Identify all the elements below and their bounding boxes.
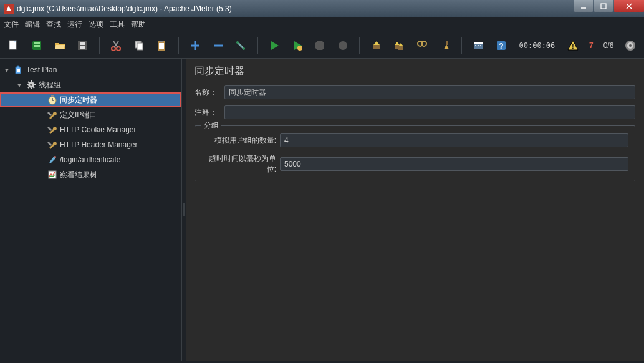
gear-icon	[26, 80, 36, 90]
svg-point-39	[475, 45, 476, 46]
clear-button[interactable]	[367, 36, 385, 55]
svg-point-40	[478, 45, 479, 46]
tree-item-3[interactable]: HTTP Header Manager	[0, 137, 181, 152]
minimize-button[interactable]	[574, 0, 593, 12]
name-label: 名称：	[195, 87, 224, 98]
svg-point-27	[297, 46, 302, 51]
testplan-icon	[14, 65, 24, 75]
users-input[interactable]	[280, 133, 628, 147]
tree-root[interactable]: ▼Test Plan	[0, 62, 181, 77]
window-controls	[573, 0, 644, 17]
shutdown-button[interactable]	[334, 36, 352, 55]
svg-rect-21	[160, 41, 163, 42]
group-legend: 分组	[201, 120, 221, 131]
toolbar: ? 00:00:06 ! 7 0/6	[0, 32, 644, 59]
expand-button[interactable]	[186, 36, 204, 55]
tree-group-label: 线程组	[39, 80, 61, 90]
svg-rect-48	[17, 69, 20, 72]
tree-root-label: Test Plan	[26, 65, 57, 74]
menu-options[interactable]: 选项	[89, 19, 103, 30]
users-label: 模拟用户组的数量:	[201, 135, 280, 146]
window-title: dglc.jmx (C:\Users\miao\Desktop\dglc.jmx…	[17, 4, 573, 13]
maximize-button[interactable]	[594, 0, 613, 12]
wrench-icon	[47, 110, 57, 120]
paste-button[interactable]	[153, 36, 171, 55]
svg-rect-62	[51, 95, 54, 97]
start-button[interactable]	[266, 36, 284, 55]
group-fieldset: 分组 模拟用户组的数量: 超时时间以毫秒为单位:	[195, 125, 635, 182]
timer-icon	[47, 95, 57, 105]
svg-rect-8	[34, 42, 40, 44]
open-button[interactable]	[50, 36, 69, 55]
comment-label: 注释：	[195, 107, 224, 118]
svg-rect-12	[80, 46, 85, 49]
svg-rect-30	[373, 45, 380, 49]
menu-edit[interactable]: 编辑	[25, 19, 40, 30]
tree-threadgroup[interactable]: ▼线程组	[0, 77, 181, 92]
svg-text:!: !	[572, 43, 574, 50]
reset-search-button[interactable]	[436, 36, 454, 55]
sampler-icon	[47, 155, 57, 165]
help-button[interactable]: ?	[493, 36, 511, 55]
svg-line-56	[34, 87, 35, 89]
start-no-pause-button[interactable]	[288, 36, 306, 55]
warning-icon[interactable]: !	[564, 36, 582, 55]
menu-help[interactable]: 帮助	[131, 19, 146, 30]
tree-item-2[interactable]: HTTP Cookie Manager	[0, 122, 181, 137]
function-helper-button[interactable]	[469, 36, 488, 55]
tree-item-0[interactable]: 同步定时器	[0, 92, 181, 107]
svg-rect-2	[601, 4, 606, 9]
main-area: ▼Test Plan▼线程组同步定时器定义IP端口HTTP Cookie Man…	[0, 59, 644, 361]
clear-all-button[interactable]	[390, 36, 408, 55]
wrench-icon	[47, 125, 57, 135]
svg-point-50	[30, 84, 32, 86]
save-button[interactable]	[74, 36, 92, 55]
close-button[interactable]	[614, 0, 644, 12]
svg-point-25	[236, 41, 239, 44]
svg-point-26	[243, 47, 245, 50]
svg-rect-9	[34, 45, 40, 47]
svg-text:?: ?	[499, 42, 504, 51]
stop-button[interactable]	[311, 36, 329, 55]
wrench-icon	[47, 140, 57, 150]
tree-item-label: /login/authenticate	[60, 155, 120, 164]
titlebar: dglc.jmx (C:\Users\miao\Desktop\dglc.jmx…	[0, 0, 644, 17]
timeout-label: 超时时间以毫秒为单位:	[201, 153, 280, 175]
menu-tools[interactable]: 工具	[110, 19, 125, 30]
svg-rect-6	[14, 41, 16, 42]
chart-icon	[47, 170, 57, 180]
name-input[interactable]	[224, 85, 635, 99]
collapse-button[interactable]	[209, 36, 227, 55]
new-button[interactable]	[5, 36, 23, 55]
copy-button[interactable]	[130, 36, 148, 55]
menubar: 文件 编辑 查找 运行 选项 工具 帮助	[0, 17, 644, 32]
tree-item-label: 定义IP端口	[60, 110, 97, 120]
tree-item-1[interactable]: 定义IP端口	[0, 107, 181, 122]
comment-input[interactable]	[224, 105, 635, 119]
svg-point-47	[629, 44, 632, 47]
svg-marker-28	[315, 41, 324, 50]
search-button[interactable]	[413, 36, 431, 55]
tree-panel: ▼Test Plan▼线程组同步定时器定义IP端口HTTP Cookie Man…	[0, 59, 182, 361]
tree-item-label: 同步定时器	[60, 95, 97, 105]
svg-rect-20	[159, 43, 164, 49]
svg-line-57	[28, 87, 29, 89]
cut-button[interactable]	[107, 36, 125, 55]
svg-line-58	[34, 82, 35, 83]
panel-title: 同步定时器	[195, 65, 635, 78]
tree-item-5[interactable]: 察看结果树	[0, 167, 181, 182]
threads-icon	[621, 36, 639, 55]
tree-item-label: HTTP Header Manager	[60, 140, 138, 149]
tree-item-label: HTTP Cookie Manager	[60, 125, 137, 134]
templates-button[interactable]	[28, 36, 46, 55]
svg-rect-38	[474, 42, 483, 44]
svg-rect-18	[137, 43, 143, 50]
menu-file[interactable]: 文件	[4, 19, 19, 30]
tree-item-4[interactable]: /login/authenticate	[0, 152, 181, 167]
timeout-input[interactable]	[280, 157, 628, 171]
svg-rect-32	[398, 46, 403, 50]
menu-run[interactable]: 运行	[67, 19, 82, 30]
svg-rect-11	[80, 42, 85, 45]
menu-search[interactable]: 查找	[46, 19, 61, 30]
toggle-button[interactable]	[232, 36, 250, 55]
